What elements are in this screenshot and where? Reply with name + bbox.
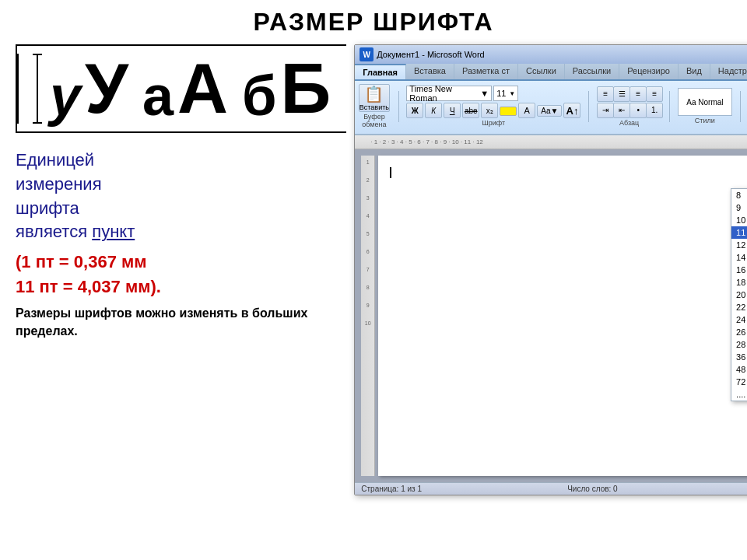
styles-preview: Аа Normal	[686, 98, 723, 107]
fontcolor-button[interactable]: A	[518, 103, 535, 118]
tab-addins[interactable]: Надстройки	[710, 64, 747, 79]
tab-review[interactable]: Рецензиро	[619, 64, 679, 79]
italic-button[interactable]: К	[425, 103, 442, 118]
text-cursor	[390, 167, 391, 178]
indent-button[interactable]: ⇥	[597, 103, 614, 118]
outdent-button[interactable]: ⇤	[613, 103, 630, 118]
styles-gallery[interactable]: Аа Normal	[678, 88, 732, 116]
ruler-content: · 1 · 2 · 3 · 4 · 5 · 6 · 7 · 8 · 9 · 10…	[370, 138, 483, 145]
letter-a: а	[142, 68, 174, 124]
title-bar: W Документ1 - Microsoft Word — □ ✕	[355, 45, 747, 64]
size-11[interactable]: 11	[731, 226, 747, 239]
paragraph-label: Абзац	[619, 119, 639, 127]
size-10[interactable]: 10	[731, 214, 747, 226]
size-22[interactable]: 22	[731, 301, 747, 313]
paste-label: Вставить	[359, 103, 389, 111]
align-right-button[interactable]: ≡	[630, 86, 647, 102]
clipboard-label: Буфер обмена	[358, 113, 390, 128]
size-9[interactable]: 9	[731, 201, 747, 214]
title-bar-left: W Документ1 - Microsoft Word	[359, 47, 484, 61]
line3: шрифта	[16, 198, 79, 218]
size-24[interactable]: 24	[731, 313, 747, 326]
numbering-button[interactable]: 1.	[646, 103, 663, 118]
bracket	[33, 54, 42, 124]
ruler-num-6: 6	[366, 249, 370, 254]
aa-button[interactable]: Аа▼	[537, 105, 562, 117]
font-name-row: Times New Roman ▼ 11 ▼	[406, 86, 580, 101]
size-28[interactable]: 28	[731, 338, 747, 351]
ribbon: 📋 Вставить Буфер обмена	[355, 81, 747, 135]
ruler-num-4: 4	[366, 213, 370, 219]
main-text: Единицей измерения шрифта является пункт	[16, 149, 346, 244]
size-12[interactable]: 12	[731, 239, 747, 251]
size-18[interactable]: 18	[731, 276, 747, 289]
ruler-num-8: 8	[366, 285, 370, 290]
letter-b: б	[242, 68, 276, 124]
ruler-num-2: 2	[366, 177, 370, 183]
font-format-row: Ж К Ч abe x₂ A Аа▼ A↑	[406, 103, 580, 118]
tab-references[interactable]: Ссылки	[518, 64, 565, 79]
size-48[interactable]: 48	[731, 363, 747, 376]
ribbon-sep2	[588, 91, 589, 122]
ribbon-tab-bar: Главная Вставка Разметка ст Ссылки Рассы…	[355, 64, 747, 81]
font-section: Times New Roman ▼ 11 ▼	[406, 86, 580, 127]
doc-area: 1 2 3 4 5 6 7 8 9 10	[355, 149, 747, 482]
justify-button[interactable]: ≡	[646, 86, 663, 102]
letter-A: А	[177, 54, 228, 124]
ruler-num-5: 5	[366, 231, 370, 236]
align-center-button[interactable]: ☰	[613, 86, 630, 102]
size-20[interactable]: 20	[731, 289, 747, 301]
tab-home[interactable]: Главная	[355, 64, 406, 79]
size-26[interactable]: 26	[731, 326, 747, 338]
page-status: Страница: 1 из 1	[361, 485, 422, 493]
side-ruler: 1 2 3 4 5 6 7 8 9 10	[361, 156, 375, 476]
ribbon-sep3	[669, 91, 670, 122]
tab-insert[interactable]: Вставка	[406, 64, 454, 79]
tab-mailings[interactable]: Рассылки	[565, 64, 619, 79]
paste-icon: 📋	[364, 85, 384, 103]
window-title: Документ1 - Microsoft Word	[377, 50, 484, 59]
bracket-bottom	[33, 122, 42, 124]
grow-font-button[interactable]: A↑	[563, 103, 580, 118]
doc-page[interactable]	[378, 156, 747, 476]
dropdown-arrow-font[interactable]: ▼	[480, 89, 489, 98]
dropdown-arrow-size[interactable]: ▼	[509, 90, 515, 97]
formula2: 11 пт = 4,037 мм).	[16, 277, 346, 297]
bracket-line	[37, 55, 38, 122]
underline-button[interactable]: Ч	[444, 103, 461, 118]
ruler-num-9: 9	[366, 303, 370, 308]
formula1: (1 пт = 0,367 мм	[16, 252, 346, 272]
styles-section: Аа Normal Стили	[678, 88, 732, 124]
paste-button[interactable]: 📋 Вставить	[359, 84, 390, 112]
letters-demo: у У а А б Б	[16, 44, 346, 133]
bullet-button[interactable]: •	[630, 103, 647, 118]
bold-button[interactable]: Ж	[406, 103, 423, 118]
highlight-button[interactable]	[500, 107, 517, 116]
size-16[interactable]: 16	[731, 264, 747, 276]
ruler-num-7: 7	[366, 267, 370, 272]
font-size-box[interactable]: 11 ▼	[493, 86, 518, 101]
letter-y: у	[50, 68, 81, 124]
size-8[interactable]: 8	[731, 189, 747, 201]
letter-Y: У	[85, 54, 128, 124]
clipboard-section: 📋 Вставить Буфер обмена	[358, 84, 390, 128]
para-btns: ≡ ☰ ≡ ≡ ⇥ ⇤ • 1.	[597, 86, 661, 118]
size-36[interactable]: 36	[731, 351, 747, 363]
paragraph-section: ≡ ☰ ≡ ≡ ⇥ ⇤ • 1. Абзац	[597, 86, 661, 127]
ruler-num-3: 3	[366, 195, 370, 201]
size-more[interactable]: ....	[731, 388, 747, 401]
align-left-button[interactable]: ≡	[597, 86, 614, 102]
page-title: РАЗМЕР ШРИФТА	[16, 8, 731, 37]
letter-B: Б	[281, 54, 331, 124]
status-bar: Страница: 1 из 1 Число слов: 0 − 100% +	[355, 482, 747, 495]
font-name-value: Times New Roman	[409, 84, 479, 103]
ribbon-sep4	[740, 91, 741, 122]
tab-view[interactable]: Вид	[679, 64, 710, 79]
size-14[interactable]: 14	[731, 251, 747, 264]
subscript-button[interactable]: x₂	[481, 103, 498, 118]
size-72[interactable]: 72	[731, 376, 747, 388]
ribbon-row1: 📋 Вставить Буфер обмена	[358, 84, 747, 128]
strikethrough-button[interactable]: abe	[462, 103, 479, 118]
tab-pagelayout[interactable]: Разметка ст	[454, 64, 518, 79]
font-name-box[interactable]: Times New Roman ▼	[406, 86, 492, 101]
